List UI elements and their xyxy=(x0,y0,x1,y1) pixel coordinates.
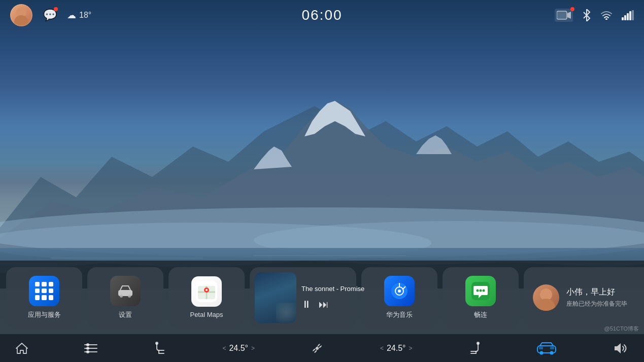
clock: 06:00 xyxy=(301,7,342,23)
svg-point-49 xyxy=(550,351,554,354)
greeting-title: 小伟，早上好 xyxy=(566,287,627,298)
svg-point-42 xyxy=(86,347,89,350)
record-dot xyxy=(570,7,574,11)
weather-icon: ☁ xyxy=(67,10,76,21)
left-temp-value: 24.5° xyxy=(229,344,248,353)
svg-rect-10 xyxy=(557,11,567,19)
svg-rect-17 xyxy=(632,10,634,20)
svg-point-26 xyxy=(206,289,208,291)
svg-point-19 xyxy=(120,295,123,298)
svg-point-37 xyxy=(537,299,555,311)
recline-button[interactable] xyxy=(468,341,481,355)
message-icon[interactable]: 💬 xyxy=(41,6,59,24)
svg-point-35 xyxy=(483,289,485,292)
svg-rect-51 xyxy=(550,347,554,349)
wifi-icon[interactable] xyxy=(600,11,613,20)
status-left: 💬 ☁ 18° xyxy=(10,4,218,26)
left-temp-up[interactable]: > xyxy=(251,345,255,352)
music-pause-button[interactable]: ⏸ xyxy=(301,299,312,310)
home-button[interactable] xyxy=(15,342,28,355)
status-bar: 💬 ☁ 18° 06:00 xyxy=(0,0,644,30)
greeting-subtitle: 座舱已经为你准备完毕 xyxy=(566,300,627,308)
app-dock: 应用与服务 设置 xyxy=(0,261,644,334)
dock-item-settings[interactable]: 设置 xyxy=(87,267,163,328)
svg-point-34 xyxy=(480,289,482,292)
avatar[interactable] xyxy=(10,4,32,26)
svg-point-46 xyxy=(477,342,480,345)
svg-point-33 xyxy=(477,289,479,292)
watermark: @51CTO博客 xyxy=(604,325,639,333)
svg-rect-13 xyxy=(622,17,624,20)
music-controls: ⏸ ⏭ xyxy=(301,299,364,310)
control-bar: < 24.5° > < 24.5° > xyxy=(0,334,644,362)
dock-item-huawei-music[interactable]: 华为音乐 xyxy=(361,267,437,328)
temperature: 18° xyxy=(79,11,91,20)
dock-item-maps[interactable]: Petal Maps xyxy=(168,267,245,328)
seat-button[interactable] xyxy=(154,341,167,355)
svg-point-44 xyxy=(155,342,158,345)
svg-point-12 xyxy=(605,18,607,20)
weather-widget: ☁ 18° xyxy=(67,10,91,21)
left-temp-control[interactable]: < 24.5° > xyxy=(222,344,255,353)
dock-item-greeting[interactable]: 小伟，早上好 座舱已经为你准备完毕 xyxy=(524,267,644,328)
huawei-music-label: 华为音乐 xyxy=(386,310,413,319)
music-title: The sonnet - Promise xyxy=(301,285,364,293)
music-next-button[interactable]: ⏭ xyxy=(319,299,329,310)
svg-rect-50 xyxy=(539,347,543,349)
mountain-illustration xyxy=(0,76,644,288)
dock-item-changlian[interactable]: 畅连 xyxy=(443,267,519,328)
status-center: 06:00 xyxy=(218,7,426,23)
dock-item-music-player[interactable]: The sonnet - Promise ⏸ ⏭ xyxy=(250,267,356,328)
changlian-icon xyxy=(465,276,496,306)
right-temp-value: 24.5° xyxy=(387,344,406,353)
changlian-label: 畅连 xyxy=(474,310,487,319)
dock-item-apps[interactable]: 应用与服务 xyxy=(6,267,82,328)
greeting-text: 小伟，早上好 座舱已经为你准备完毕 xyxy=(566,287,627,308)
status-right xyxy=(426,9,634,22)
svg-rect-16 xyxy=(629,11,631,20)
car-status-button[interactable] xyxy=(536,342,557,355)
right-temp-control[interactable]: < 24.5° > xyxy=(380,344,413,353)
grid-menu-button[interactable] xyxy=(84,342,98,355)
settings-label: 设置 xyxy=(119,310,132,319)
svg-point-43 xyxy=(86,350,89,353)
right-temp-up[interactable]: > xyxy=(409,345,412,352)
settings-icon xyxy=(110,276,141,306)
huawei-music-icon xyxy=(384,276,415,306)
svg-rect-15 xyxy=(627,13,629,20)
signal-icon xyxy=(622,10,634,20)
right-temp-down[interactable]: < xyxy=(380,345,384,352)
maps-label: Petal Maps xyxy=(190,311,223,318)
apps-label: 应用与服务 xyxy=(28,310,61,319)
fan-button[interactable] xyxy=(310,341,324,355)
record-icon[interactable] xyxy=(555,9,573,22)
svg-rect-14 xyxy=(624,15,626,20)
apps-icon xyxy=(29,276,59,306)
svg-point-41 xyxy=(86,343,89,346)
svg-point-29 xyxy=(398,289,401,293)
bluetooth-icon[interactable] xyxy=(582,9,591,21)
left-temp-down[interactable]: < xyxy=(222,345,226,352)
svg-point-20 xyxy=(128,295,131,298)
music-info: The sonnet - Promise ⏸ ⏭ xyxy=(301,285,364,310)
greeting-avatar xyxy=(533,284,559,311)
svg-point-45 xyxy=(316,347,319,350)
volume-button[interactable] xyxy=(613,342,629,354)
notification-dot xyxy=(54,7,58,11)
svg-marker-11 xyxy=(567,12,571,19)
music-thumbnail xyxy=(255,272,296,323)
maps-icon xyxy=(191,276,222,307)
svg-point-48 xyxy=(540,351,544,354)
